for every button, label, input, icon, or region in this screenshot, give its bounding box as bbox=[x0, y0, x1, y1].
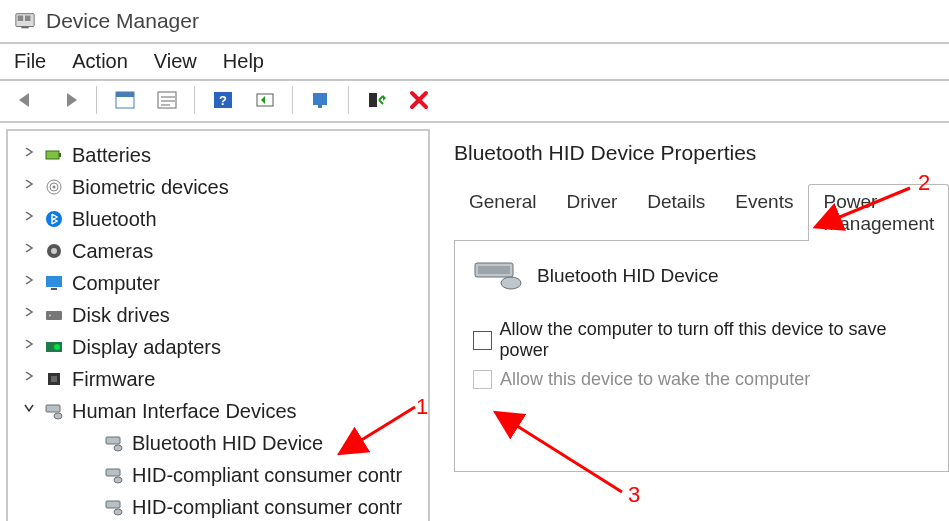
svg-point-21 bbox=[53, 186, 56, 189]
tree-item-hid-child[interactable]: HID-compliant consumer contr bbox=[8, 459, 428, 491]
svg-point-43 bbox=[501, 277, 521, 289]
tree-item[interactable]: Display adapters bbox=[8, 331, 428, 363]
monitor-icon bbox=[44, 273, 64, 293]
hid-icon bbox=[104, 497, 124, 517]
menu-help[interactable]: Help bbox=[223, 50, 264, 73]
tree-item[interactable]: Disk drives bbox=[8, 299, 428, 331]
show-hidden-button[interactable] bbox=[96, 85, 144, 115]
chevron-right-icon[interactable] bbox=[22, 337, 36, 351]
tree-item-label: HID-compliant consumer contr bbox=[132, 459, 402, 491]
tab-strip: General Driver Details Events Power Mana… bbox=[454, 183, 949, 241]
svg-rect-5 bbox=[116, 92, 134, 97]
chevron-right-icon[interactable] bbox=[22, 273, 36, 287]
chevron-down-icon[interactable] bbox=[22, 401, 36, 415]
svg-point-40 bbox=[114, 509, 122, 515]
chevron-right-icon[interactable] bbox=[22, 241, 36, 255]
tree-item-label: Bluetooth bbox=[72, 203, 157, 235]
svg-marker-16 bbox=[383, 95, 386, 101]
tab-power-management[interactable]: Power Management bbox=[808, 184, 949, 241]
tree-item-label: Cameras bbox=[72, 235, 153, 267]
disable-device-button[interactable] bbox=[400, 85, 438, 115]
tab-body: Bluetooth HID Device Allow the computer … bbox=[454, 241, 949, 472]
chevron-right-icon[interactable] bbox=[22, 369, 36, 383]
help-button[interactable]: ? bbox=[194, 85, 242, 115]
title-bar: Device Manager bbox=[0, 0, 949, 44]
svg-rect-42 bbox=[478, 266, 510, 274]
checkbox-box-icon bbox=[473, 370, 492, 389]
tree-item-label: Bluetooth HID Device bbox=[132, 427, 323, 459]
svg-rect-3 bbox=[21, 27, 28, 29]
tree-item-hid-child[interactable]: HID-compliant consumer contr bbox=[8, 491, 428, 521]
svg-rect-1 bbox=[18, 16, 24, 22]
svg-rect-32 bbox=[51, 376, 57, 382]
tree-item[interactable]: Firmware bbox=[8, 363, 428, 395]
gpu-icon bbox=[44, 337, 64, 357]
properties-button[interactable] bbox=[148, 85, 186, 115]
svg-rect-37 bbox=[106, 469, 120, 476]
tree-item[interactable]: Biometric devices bbox=[8, 171, 428, 203]
svg-rect-35 bbox=[106, 437, 120, 444]
svg-rect-33 bbox=[46, 405, 60, 412]
tree-item-label: Human Interface Devices bbox=[72, 395, 297, 427]
svg-point-34 bbox=[54, 413, 62, 419]
properties-title: Bluetooth HID Device Properties bbox=[454, 141, 949, 165]
tree-item[interactable]: Cameras bbox=[8, 235, 428, 267]
tree-item[interactable]: Computer bbox=[8, 267, 428, 299]
svg-rect-27 bbox=[46, 311, 62, 320]
scan-hardware-button[interactable] bbox=[246, 85, 284, 115]
svg-rect-26 bbox=[51, 288, 57, 290]
tab-events[interactable]: Events bbox=[720, 184, 808, 241]
svg-rect-6 bbox=[158, 92, 176, 108]
back-button[interactable] bbox=[8, 85, 46, 115]
svg-rect-2 bbox=[25, 16, 31, 22]
tree-item-label: Batteries bbox=[72, 139, 151, 171]
checkbox-allow-turn-off-label: Allow the computer to turn off this devi… bbox=[500, 319, 931, 361]
tree-item-label: Computer bbox=[72, 267, 160, 299]
chevron-right-icon[interactable] bbox=[22, 145, 36, 159]
menu-file[interactable]: File bbox=[14, 50, 46, 73]
hid-icon bbox=[44, 401, 64, 421]
svg-rect-15 bbox=[369, 93, 377, 107]
tree-item-label: Biometric devices bbox=[72, 171, 229, 203]
device-tree[interactable]: BatteriesBiometric devicesBluetoothCamer… bbox=[6, 129, 430, 521]
checkbox-box-icon bbox=[473, 331, 492, 350]
tree-item-hid[interactable]: Human Interface Devices bbox=[8, 395, 428, 427]
hdd-icon bbox=[44, 305, 64, 325]
svg-rect-13 bbox=[313, 93, 327, 105]
checkbox-allow-wake: Allow this device to wake the computer bbox=[473, 369, 930, 390]
keyboard-mouse-icon bbox=[473, 261, 523, 291]
window-title: Device Manager bbox=[46, 9, 199, 33]
tree-item-label: HID-compliant consumer contr bbox=[132, 491, 402, 521]
chevron-right-icon[interactable] bbox=[22, 209, 36, 223]
svg-point-28 bbox=[49, 315, 51, 317]
hid-icon bbox=[104, 433, 124, 453]
chevron-right-icon[interactable] bbox=[22, 177, 36, 191]
checkbox-allow-wake-label: Allow this device to wake the computer bbox=[500, 369, 810, 390]
tab-driver[interactable]: Driver bbox=[552, 184, 633, 241]
tree-item[interactable]: Bluetooth bbox=[8, 203, 428, 235]
chevron-right-icon[interactable] bbox=[22, 305, 36, 319]
device-name: Bluetooth HID Device bbox=[537, 265, 719, 287]
svg-rect-25 bbox=[46, 276, 62, 287]
svg-point-36 bbox=[114, 445, 122, 451]
svg-rect-39 bbox=[106, 501, 120, 508]
svg-text:?: ? bbox=[219, 93, 227, 108]
battery-icon bbox=[44, 145, 64, 165]
tab-general[interactable]: General bbox=[454, 184, 552, 241]
camera-icon bbox=[44, 241, 64, 261]
svg-point-38 bbox=[114, 477, 122, 483]
menu-action[interactable]: Action bbox=[72, 50, 128, 73]
tree-item-hid-child[interactable]: Bluetooth HID Device bbox=[8, 427, 428, 459]
tree-item-label: Display adapters bbox=[72, 331, 221, 363]
tree-item[interactable]: Batteries bbox=[8, 139, 428, 171]
checkbox-allow-turn-off[interactable]: Allow the computer to turn off this devi… bbox=[473, 319, 930, 361]
menu-view[interactable]: View bbox=[154, 50, 197, 73]
update-driver-button[interactable] bbox=[292, 85, 340, 115]
toolbar: ? bbox=[0, 79, 949, 123]
tree-item-label: Disk drives bbox=[72, 299, 170, 331]
uninstall-device-button[interactable] bbox=[348, 85, 396, 115]
svg-point-30 bbox=[54, 344, 60, 350]
device-manager-icon bbox=[14, 10, 36, 32]
tab-details[interactable]: Details bbox=[632, 184, 720, 241]
forward-button[interactable] bbox=[50, 85, 88, 115]
